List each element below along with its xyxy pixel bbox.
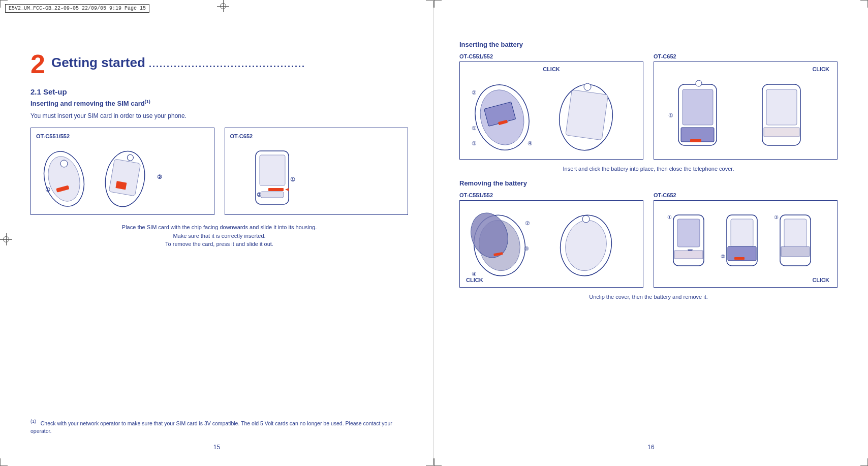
chapter-number: 2 — [30, 51, 45, 77]
svg-rect-31 — [690, 139, 701, 142]
svg-rect-37 — [764, 128, 799, 137]
removing-battery-section: Removing the battery OT-C551/552 — [459, 179, 838, 301]
caption-line3: To remove the card, press it and slide i… — [165, 241, 273, 247]
svg-rect-11 — [260, 155, 285, 185]
removing-device-row: OT-C551/552 — [459, 192, 838, 288]
corner-mark-br — [426, 458, 433, 466]
subsection-text: Inserting and removing the SIM card — [30, 100, 145, 107]
click-label-insert-right: CLICK — [812, 66, 829, 72]
svg-rect-59 — [784, 219, 807, 247]
sim-card-device-boxes: OT-C551/552 ① — [30, 128, 408, 215]
right-corner-mark-tr — [860, 0, 868, 8]
inserting-battery-section: Inserting the battery OT-C551/552 CLICK — [459, 41, 838, 173]
svg-text:③: ③ — [472, 140, 477, 146]
insert-ot-c652-box: CLICK — [654, 61, 838, 160]
click-label-remove-left: CLICK — [466, 277, 483, 283]
remove-ot-c551-box: ② ③ ④ CLICK — [459, 200, 643, 288]
left-page-number: 15 — [213, 444, 220, 451]
svg-text:①: ① — [290, 176, 295, 182]
svg-rect-51 — [674, 251, 703, 259]
click-label-insert-left: CLICK — [543, 66, 560, 72]
footnote-marker: (1) — [30, 418, 36, 425]
inserting-battery-title: Inserting the battery — [459, 41, 838, 48]
sim-card-body-text: You must insert your SIM card in order t… — [30, 111, 408, 120]
right-page-number: 16 — [647, 444, 654, 451]
remove-ot-c551-label: OT-C551/552 — [459, 192, 643, 198]
svg-text:②: ② — [157, 174, 162, 180]
svg-text:①: ① — [472, 125, 477, 131]
inserting-device-row: OT-C551/552 CLICK — [459, 53, 838, 160]
svg-rect-6 — [109, 159, 140, 196]
svg-text:①: ① — [667, 214, 672, 220]
caption-line2: Make sure that it is correctly inserted. — [173, 233, 265, 239]
remove-ot-c652-box: ① ② — [654, 200, 838, 288]
remove-ot-c652-label: OT-C652 — [654, 192, 838, 198]
sim-card-caption: Place the SIM card with the chip facing … — [30, 223, 408, 248]
svg-text:④: ④ — [528, 140, 533, 146]
insert-ot-c551-col: OT-C551/552 CLICK — [459, 53, 643, 160]
svg-rect-56 — [734, 257, 745, 260]
svg-rect-60 — [781, 246, 810, 257]
svg-text:④: ④ — [472, 271, 477, 277]
svg-point-47 — [582, 215, 590, 223]
svg-text:②: ② — [472, 89, 477, 96]
corner-mark-bl — [0, 458, 8, 466]
footnote: (1) Check with your network operator to … — [30, 418, 408, 436]
sim-ot-c652-illustration: ② ① — [230, 143, 403, 209]
click-label-remove-right: CLICK — [812, 277, 829, 283]
sim-ot-c551-label: OT-C551/552 — [36, 133, 209, 139]
footnote-text: Check with your network operator to make… — [30, 420, 392, 434]
page-container: E5V2_UM_FCC-GB_22-09-05 22/09/05 9:19 Pa… — [0, 0, 868, 466]
svg-text:②: ② — [525, 220, 530, 226]
svg-rect-29 — [683, 89, 713, 125]
superscript: (1) — [145, 99, 150, 104]
insert-ot-c551-label: OT-C551/552 — [459, 53, 643, 59]
svg-text:①: ① — [668, 112, 673, 118]
left-page: E5V2_UM_FCC-GB_22-09-05 22/09/05 9:19 Pa… — [0, 0, 434, 466]
corner-mark-tr — [426, 0, 433, 8]
remove-battery-caption: Unclip the cover, then the battery and r… — [459, 293, 838, 301]
caption-line1: Place the SIM card with the chip facing … — [122, 224, 317, 230]
svg-text:③: ③ — [774, 214, 779, 220]
svg-point-32 — [696, 80, 702, 86]
svg-text:①: ① — [45, 187, 50, 193]
section-2-1-heading: 2.1 Set-up — [30, 87, 408, 96]
remove-ot-c551-col: OT-C551/552 — [459, 192, 643, 288]
right-page: Inserting the battery OT-C551/552 CLICK — [434, 0, 868, 466]
subsection-inserting-heading: Inserting and removing the SIM card(1) — [30, 99, 408, 107]
svg-text:③: ③ — [524, 245, 529, 252]
chapter-header: 2 Getting started ......................… — [30, 41, 408, 77]
removing-battery-title: Removing the battery — [459, 179, 838, 187]
svg-point-2 — [60, 160, 68, 167]
right-corner-mark-br — [860, 458, 868, 466]
chapter-dots: ........................................… — [149, 59, 305, 69]
svg-point-27 — [584, 83, 591, 90]
insert-ot-c652-label: OT-C652 — [654, 53, 838, 59]
sim-ot-c551-illustration: ① ② — [36, 143, 209, 209]
chapter-title: Getting started ........................… — [30, 41, 408, 71]
remove-ot-c652-col: OT-C652 ① — [654, 192, 838, 288]
svg-rect-12 — [268, 188, 284, 191]
svg-rect-26 — [566, 90, 608, 140]
right-corner-mark-tl — [434, 0, 442, 8]
svg-rect-16 — [261, 192, 284, 198]
svg-rect-49 — [677, 219, 700, 247]
insert-ot-c652-col: OT-C652 CLICK — [654, 53, 838, 160]
svg-text:②: ② — [721, 254, 725, 259]
file-header: E5V2_UM_FCC-GB_22-09-05 22/09/05 9:19 Pa… — [5, 4, 149, 13]
chapter-title-text: Getting started — [51, 55, 145, 70]
svg-rect-35 — [766, 89, 797, 125]
sim-ot-c652-box: OT-C652 ② — [225, 128, 409, 215]
svg-rect-54 — [731, 219, 753, 247]
sim-ot-c652-label: OT-C652 — [230, 133, 403, 139]
right-corner-mark-bl — [434, 458, 442, 466]
insert-battery-caption: Insert and click the battery into place,… — [459, 165, 838, 173]
sim-ot-c551-box: OT-C551/552 ① — [30, 128, 214, 215]
insert-ot-c551-box: CLICK ② — [459, 61, 643, 160]
